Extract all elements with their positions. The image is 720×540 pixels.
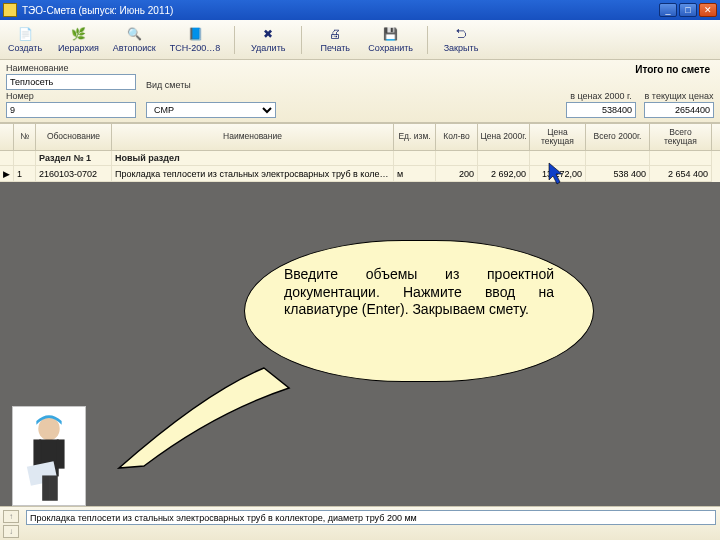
hint-text: Введите объемы из проектной документации… <box>284 266 554 319</box>
delete-icon: ✖ <box>260 26 276 42</box>
maximize-button[interactable]: □ <box>679 3 697 17</box>
mouse-cursor-icon <box>548 162 566 186</box>
window-titlebar: ТЭО-Смета (выпуск: Июнь 2011) _ □ ✕ <box>0 0 720 20</box>
save-icon: 💾 <box>383 26 399 42</box>
col-tot2000: Всего 2000г. <box>586 124 650 150</box>
num-input[interactable] <box>6 102 136 118</box>
hint-callout: Введите объемы из проектной документации… <box>244 240 594 382</box>
close-button[interactable]: ✕ <box>699 3 717 17</box>
total-2000-value[interactable] <box>566 102 636 118</box>
name-label: Наименование <box>6 63 136 73</box>
qty-cell: 200 <box>436 166 478 182</box>
create-button[interactable]: 📄Создать <box>6 26 44 53</box>
type-label: Вид сметы <box>146 80 276 90</box>
move-up-button[interactable]: ↑ <box>3 510 19 523</box>
main-toolbar: 📄Создать 🌿Иерархия 🔍Автопоиск 📘ТСН-200…8… <box>0 20 720 60</box>
grid-header: № Обоснование Наименование Ед. изм. Кол-… <box>0 123 720 151</box>
print-button[interactable]: 🖨Печать <box>316 26 354 53</box>
window-controls: _ □ ✕ <box>659 3 717 17</box>
name-input[interactable] <box>6 74 136 90</box>
col-unit: Ед. изм. <box>394 124 436 150</box>
print-icon: 🖨 <box>327 26 343 42</box>
type-select[interactable]: СМР <box>146 102 276 118</box>
col-n: № <box>14 124 36 150</box>
status-bar: ↑ ↓ <box>0 506 720 540</box>
tsn-button[interactable]: 📘ТСН-200…8 <box>170 26 221 53</box>
section-row[interactable]: Раздел № 1 Новый раздел <box>0 151 720 166</box>
svg-point-0 <box>38 417 59 440</box>
col-qty: Кол-во <box>436 124 478 150</box>
total-current-label: в текущих ценах <box>645 91 714 101</box>
table-row[interactable]: ▶ 1 2160103-0702 Прокладка теплосети из … <box>0 166 720 182</box>
move-down-button[interactable]: ↓ <box>3 525 19 538</box>
tree-icon: 🌿 <box>70 26 86 42</box>
minimize-button[interactable]: _ <box>659 3 677 17</box>
svg-rect-6 <box>50 475 58 500</box>
hierarchy-button[interactable]: 🌿Иерархия <box>58 26 99 53</box>
col-name: Наименование <box>112 124 394 150</box>
col-totcur: Всего текущая <box>650 124 712 150</box>
col-code: Обоснование <box>36 124 112 150</box>
delete-button[interactable]: ✖Удалить <box>249 26 287 53</box>
description-input[interactable] <box>26 510 716 525</box>
document-icon: 📄 <box>17 26 33 42</box>
window-title: ТЭО-Смета (выпуск: Июнь 2011) <box>22 5 659 16</box>
num-label: Номер <box>6 91 136 101</box>
app-icon <box>3 3 17 17</box>
save-button[interactable]: 💾Сохранить <box>368 26 413 53</box>
search-icon: 🔍 <box>126 26 142 42</box>
total-2000-label: в ценах 2000 г. <box>570 91 632 101</box>
assistant-avatar <box>12 406 86 506</box>
col-price2000: Цена 2000г. <box>478 124 530 150</box>
exit-icon: ⮌ <box>453 26 469 42</box>
col-pricecur: Цена текущая <box>530 124 586 150</box>
close-estimate-button[interactable]: ⮌Закрыть <box>442 26 480 53</box>
book-icon: 📘 <box>187 26 203 42</box>
svg-rect-5 <box>42 475 50 500</box>
autosearch-button[interactable]: 🔍Автопоиск <box>113 26 156 53</box>
estimate-header-panel: Наименование Вид сметы Итого по смете Но… <box>0 60 720 123</box>
totals-title: Итого по смете <box>635 64 710 75</box>
total-current-value[interactable] <box>644 102 714 118</box>
svg-rect-3 <box>57 439 65 468</box>
